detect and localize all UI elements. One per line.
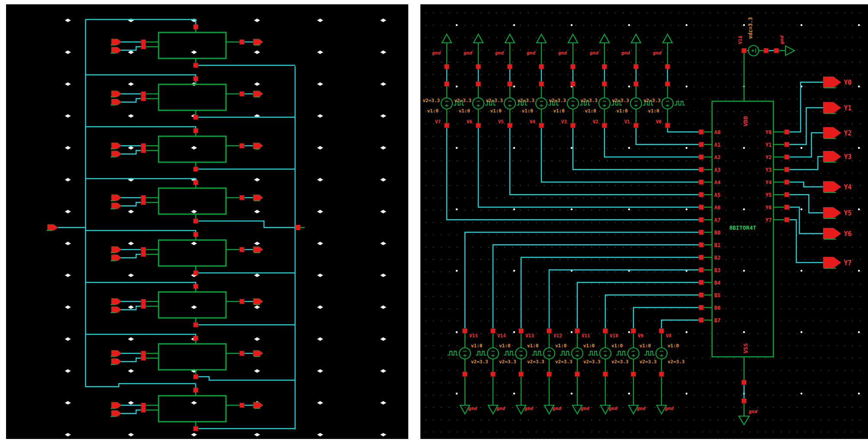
- svg-text:v1:0: v1:0: [553, 108, 565, 114]
- svg-text:A6: A6: [714, 205, 720, 211]
- output-port-y0[interactable]: Y0: [789, 77, 852, 132]
- gate-cell-1[interactable]: [111, 25, 295, 68]
- svg-text:Y4: Y4: [766, 179, 772, 186]
- output-port-y6[interactable]: Y6: [789, 207, 852, 239]
- svg-text:VSS: VSS: [742, 343, 749, 353]
- pin-a1[interactable]: A1: [699, 142, 721, 148]
- vpulse-v10[interactable]: V10v1:0v2=3.3gnd: [588, 295, 699, 414]
- pin-y7-out[interactable]: Y7: [766, 217, 789, 223]
- left-output-port[interactable]: [295, 225, 305, 230]
- left-input-port[interactable]: [47, 224, 86, 231]
- vpulse-v2[interactable]: gndv2=3.3v1:0V2: [580, 34, 699, 157]
- svg-text:v1:0: v1:0: [459, 108, 471, 114]
- svg-text:V9: V9: [638, 333, 643, 339]
- gate-cell-3[interactable]: [86, 127, 295, 172]
- output-port-y1[interactable]: Y1: [789, 102, 852, 144]
- svg-text:v1:0: v1:0: [611, 343, 623, 349]
- pin-y4-out[interactable]: Y4: [766, 179, 789, 186]
- pin-a5[interactable]: A5: [699, 192, 721, 198]
- output-port-y7[interactable]: Y7: [789, 220, 852, 268]
- gate-cell-5[interactable]: [86, 231, 295, 275]
- gate-cell-8[interactable]: [111, 384, 295, 431]
- gate-cell-2[interactable]: [86, 75, 295, 120]
- svg-text:v2=3.3: v2=3.3: [423, 98, 440, 103]
- svg-text:V5: V5: [498, 119, 504, 125]
- svg-text:A0: A0: [714, 129, 720, 135]
- pin-y2-out[interactable]: Y2: [766, 154, 789, 160]
- pin-y0-out[interactable]: Y0: [766, 129, 789, 135]
- svg-text:Y1: Y1: [766, 142, 772, 148]
- output-port-y3[interactable]: Y3: [789, 151, 852, 170]
- svg-text:Y1: Y1: [844, 104, 852, 112]
- svg-text:V12: V12: [553, 333, 562, 339]
- pin-a3[interactable]: A3: [699, 167, 721, 173]
- svg-text:8BITOR4T: 8BITOR4T: [729, 224, 757, 231]
- pin-b7[interactable]: B7: [699, 317, 721, 323]
- pin-a6[interactable]: A6: [699, 205, 721, 211]
- pin-a4[interactable]: A4: [699, 179, 721, 186]
- vss-ground[interactable]: gnd: [739, 357, 757, 425]
- pin-a0[interactable]: A0: [699, 129, 721, 135]
- svg-text:B2: B2: [714, 255, 720, 261]
- svg-text:V8: V8: [666, 333, 671, 339]
- svg-text:Y6: Y6: [844, 230, 852, 238]
- pin-y6-out[interactable]: Y6: [766, 205, 789, 211]
- left-schematic-svg: [6, 4, 408, 439]
- vpulse-v8[interactable]: V8v1:0v2=3.3gnd: [644, 320, 699, 414]
- pin-y1-out[interactable]: Y1: [766, 142, 789, 148]
- svg-text:v1:0: v1:0: [585, 108, 597, 114]
- pin-b5[interactable]: B5: [699, 292, 721, 298]
- schematic-canvas-left[interactable]: [6, 4, 408, 439]
- pin-y3-out[interactable]: Y3: [766, 167, 789, 173]
- output-port-y5[interactable]: Y5: [789, 195, 852, 218]
- vpulse-v0[interactable]: gndv2=3.3v1:0V0: [643, 34, 699, 132]
- schematic-canvas-right[interactable]: 8BITOR4TVDDVSSA0A1A2A3A4A5A6A7B0B1B2B3B4…: [420, 4, 868, 439]
- svg-text:Y3: Y3: [844, 153, 852, 161]
- svg-text:Y2: Y2: [766, 154, 772, 160]
- svg-text:v2=3.3: v2=3.3: [580, 98, 598, 103]
- pin-y5-out[interactable]: Y5: [766, 192, 789, 198]
- svg-text:v2=3.3: v2=3.3: [454, 98, 471, 103]
- svg-text:v1:0: v1:0: [527, 343, 539, 349]
- svg-text:v2=3.3: v2=3.3: [486, 98, 503, 103]
- svg-text:v1:0: v1:0: [471, 343, 483, 349]
- svg-text:v2=3.3: v2=3.3: [612, 98, 629, 103]
- svg-text:B7: B7: [714, 317, 720, 323]
- svg-text:Y2: Y2: [844, 129, 852, 137]
- pin-b4[interactable]: B4: [699, 280, 721, 286]
- svg-text:Y3: Y3: [766, 167, 772, 173]
- svg-text:B0: B0: [714, 230, 720, 236]
- pin-a2[interactable]: A2: [699, 154, 721, 160]
- svg-text:v1:0: v1:0: [583, 343, 595, 349]
- svg-text:V0: V0: [656, 119, 661, 125]
- svg-text:gnd: gnd: [653, 50, 661, 56]
- svg-text:Y4: Y4: [844, 183, 852, 191]
- svg-text:v1:0: v1:0: [490, 108, 502, 114]
- svg-text:A3: A3: [714, 167, 720, 173]
- svg-text:VDD: VDD: [742, 116, 749, 126]
- svg-text:V13: V13: [525, 333, 534, 339]
- svg-text:A2: A2: [714, 154, 720, 160]
- gate-cell-7[interactable]: [86, 334, 295, 380]
- svg-text:v2=3.3: v2=3.3: [549, 98, 566, 103]
- dc-source-v16[interactable]: V16vdc=3.3gnd: [738, 17, 795, 101]
- pin-b3[interactable]: B3: [699, 267, 721, 273]
- output-port-y4[interactable]: Y4: [789, 181, 852, 192]
- svg-text:v2=3.3: v2=3.3: [499, 359, 516, 365]
- svg-text:A4: A4: [714, 179, 720, 186]
- svg-text:gnd: gnd: [464, 50, 472, 56]
- svg-text:V15: V15: [469, 333, 478, 339]
- component-8bitor4t[interactable]: 8BITOR4TVDDVSSA0A1A2A3A4A5A6A7B0B1B2B3B4…: [699, 101, 789, 357]
- svg-text:gnd: gnd: [749, 409, 757, 414]
- svg-text:gnd: gnd: [779, 35, 785, 44]
- svg-text:gnd: gnd: [527, 50, 535, 56]
- vpulse-v5[interactable]: gndv2=3.3v1:0V5: [486, 34, 699, 195]
- svg-text:v2=3.3: v2=3.3: [639, 359, 657, 365]
- gate-cell-4[interactable]: [86, 179, 295, 227]
- gate-cell-6[interactable]: [86, 282, 295, 327]
- pin-b6[interactable]: B6: [699, 305, 721, 311]
- vpulse-v6[interactable]: gndv2=3.3v1:0V6: [454, 34, 699, 207]
- vpulse-v7[interactable]: gndv2=3.3v1:0V7: [423, 34, 699, 220]
- vpulse-v12[interactable]: V12v1:0v2=3.3gnd: [532, 270, 699, 414]
- svg-text:v2=3.3: v2=3.3: [643, 98, 661, 103]
